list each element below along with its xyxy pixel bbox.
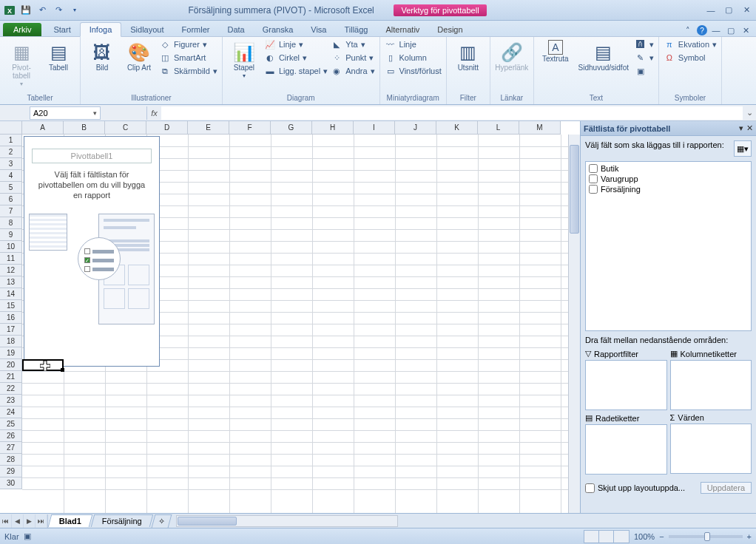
pie-chart-button[interactable]: ◐Cirkel ▾ [264, 52, 328, 64]
row-header[interactable]: 13 [0, 276, 22, 288]
minimize-icon[interactable]: — [704, 5, 718, 16]
textbox-button[interactable]: ATextruta [539, 38, 573, 64]
row-header[interactable]: 24 [0, 407, 22, 418]
redo-icon[interactable]: ↷ [52, 4, 65, 17]
field-list-layout-button[interactable]: ▦▾ [734, 140, 752, 157]
row-header[interactable]: 28 [0, 454, 22, 466]
row-header[interactable]: 27 [0, 442, 22, 454]
headerfooter-button[interactable]: ▤Sidhuvud/sidfot [576, 38, 632, 73]
doc-close-icon[interactable]: ✕ [740, 24, 752, 36]
zoom-in-button[interactable]: + [747, 532, 752, 541]
macro-record-icon[interactable]: ▣ [24, 531, 31, 541]
name-box[interactable]: A20▾ [30, 106, 101, 120]
sigline-button[interactable]: ✎▾ [635, 52, 654, 64]
row-header[interactable]: 3 [0, 158, 22, 170]
screenshot-button[interactable]: ⧉Skärmbild ▾ [159, 65, 217, 77]
column-header[interactable]: M [519, 121, 561, 135]
table-button[interactable]: ▤Tabell [41, 38, 75, 73]
tab-sidlayout[interactable]: Sidlayout [121, 23, 172, 36]
doc-restore-icon[interactable]: ▢ [725, 24, 737, 36]
expand-formula-icon[interactable]: ⌄ [743, 108, 756, 118]
row-header[interactable]: 30 [0, 477, 22, 489]
tab-visa[interactable]: Visa [302, 23, 335, 36]
field-list-dropdown-icon[interactable]: ▾ [739, 123, 743, 133]
sheet-nav-prev-icon[interactable]: ◀ [12, 514, 24, 528]
pagelayout-view-button[interactable] [599, 531, 614, 543]
tab-alternativ[interactable]: Alternativ [377, 23, 428, 36]
tab-start[interactable]: Start [44, 23, 79, 36]
row-header[interactable]: 25 [0, 418, 22, 430]
tab-formler[interactable]: Formler [173, 23, 219, 36]
column-header[interactable]: D [146, 121, 188, 135]
horizontal-scrollbar[interactable] [176, 515, 398, 527]
row-header[interactable]: 6 [0, 194, 22, 205]
sheet-tab-forsaljning[interactable]: Försäljning [91, 514, 153, 527]
sparkline-line-button[interactable]: 〰Linje [385, 38, 442, 50]
row-labels-dropzone[interactable] [585, 424, 667, 475]
row-header[interactable]: 16 [0, 312, 22, 324]
qat-dropdown-icon[interactable]: ▾ [68, 4, 81, 17]
hyperlink-button[interactable]: 🔗Hyperlänk [495, 38, 529, 73]
column-header[interactable]: B [64, 121, 105, 135]
field-list-close-icon[interactable]: ✕ [746, 123, 753, 133]
tab-infoga[interactable]: Infoga [80, 22, 122, 37]
row-header[interactable]: 26 [0, 430, 22, 442]
slicer-button[interactable]: ▥Utsnitt [451, 38, 485, 73]
report-filter-dropzone[interactable] [585, 360, 667, 410]
update-button[interactable]: Uppdatera [701, 482, 752, 494]
field-checkbox[interactable] [589, 164, 598, 173]
clipart-button[interactable]: 🎨Clip Art [122, 38, 156, 73]
column-header[interactable]: I [354, 121, 395, 135]
row-header[interactable]: 21 [0, 371, 22, 383]
column-header[interactable]: L [478, 121, 519, 135]
row-header[interactable]: 1 [0, 135, 22, 146]
smartart-button[interactable]: ◫SmartArt [159, 52, 217, 64]
row-header[interactable]: 20 [0, 359, 22, 371]
minimize-ribbon-icon[interactable]: ˄ [682, 24, 694, 36]
picture-button[interactable]: 🖼Bild [85, 38, 119, 73]
row-header[interactable]: 18 [0, 336, 22, 347]
help-icon[interactable]: ? [697, 25, 707, 35]
row-header[interactable]: 23 [0, 395, 22, 407]
symbol-button[interactable]: ΩSymbol [664, 52, 717, 64]
field-checkbox[interactable] [589, 174, 598, 183]
other-charts-button[interactable]: ◉Andra ▾ [331, 65, 374, 77]
wordart-button[interactable]: 🅰▾ [635, 38, 654, 50]
row-header[interactable]: 17 [0, 324, 22, 336]
row-header[interactable]: 9 [0, 229, 22, 241]
line-chart-button[interactable]: 📈Linje ▾ [264, 38, 328, 50]
fx-icon[interactable]: fx [146, 106, 161, 120]
row-header[interactable]: 2 [0, 146, 22, 158]
column-header[interactable]: C [105, 121, 146, 135]
area-chart-button[interactable]: ◣Yta ▾ [331, 38, 374, 50]
save-icon[interactable]: 💾 [19, 4, 33, 17]
column-labels-dropzone[interactable] [670, 360, 752, 410]
object-button[interactable]: ▣ [635, 65, 654, 77]
equation-button[interactable]: πEkvation ▾ [664, 38, 717, 50]
column-header[interactable]: H [312, 121, 354, 135]
pagebreak-view-button[interactable] [614, 531, 629, 543]
sheet-tab-blad1[interactable]: Blad1 [48, 514, 93, 527]
row-header[interactable]: 12 [0, 265, 22, 276]
select-all-corner[interactable] [0, 121, 22, 135]
column-chart-button[interactable]: 📊Stapel▾ [227, 38, 261, 81]
row-header[interactable]: 7 [0, 205, 22, 217]
column-header[interactable]: A [22, 121, 64, 135]
defer-layout-checkbox[interactable] [585, 483, 595, 493]
worksheet-grid[interactable]: ABCDEFGHIJKLM 12345678910111213141516171… [0, 121, 580, 513]
row-header[interactable]: 19 [0, 347, 22, 359]
vertical-scrollbar[interactable] [568, 135, 580, 513]
row-header[interactable]: 11 [0, 253, 22, 265]
field-list[interactable]: Butik Varugrupp Försäljning [585, 161, 752, 331]
zoom-slider[interactable] [669, 535, 743, 538]
tab-granska[interactable]: Granska [254, 23, 303, 36]
namebox-dropdown-icon[interactable]: ▾ [93, 109, 97, 117]
shapes-button[interactable]: ◇Figurer ▾ [159, 38, 217, 50]
zoom-level[interactable]: 100% [634, 532, 655, 541]
row-header[interactable]: 29 [0, 466, 22, 477]
row-header[interactable]: 5 [0, 182, 22, 194]
row-header[interactable]: 22 [0, 383, 22, 395]
column-header[interactable]: G [271, 121, 312, 135]
field-item-varugrupp[interactable]: Varugrupp [587, 174, 749, 184]
file-tab[interactable]: Arkiv [3, 23, 41, 36]
